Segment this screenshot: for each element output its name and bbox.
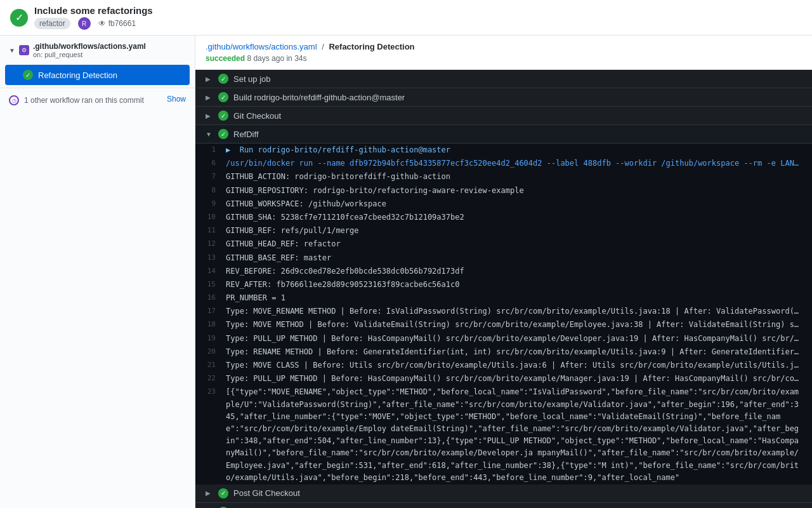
log-line[interactable]: 12 GITHUB_HEAD_REF: refactor bbox=[195, 237, 812, 251]
branch-badge[interactable]: refactor bbox=[34, 18, 70, 29]
line-content: Type: MOVE CLASS | Before: Utils src/br/… bbox=[226, 359, 802, 371]
line-number: 20 bbox=[195, 346, 226, 358]
log-area: 1 ▶ Run rodrigo-brito/refdiff-github-act… bbox=[195, 144, 812, 485]
workflow-title: .github/workflows/actions.yaml bbox=[33, 42, 146, 51]
page-title: Include some refactorings bbox=[34, 5, 153, 16]
log-line[interactable]: 22 Type: PULL_UP METHOD | Before: HasCom… bbox=[195, 372, 812, 385]
step-success-icon: ✓ bbox=[218, 110, 228, 121]
line-content: GITHUB_HEAD_REF: refactor bbox=[226, 238, 802, 250]
status-icon: ✓ bbox=[10, 9, 28, 27]
line-number: 10 bbox=[195, 211, 226, 223]
eye-icon: 👁 bbox=[98, 19, 106, 28]
line-content: REV_BEFORE: 26d9cc0ed78e2efb0bcde538dc0b… bbox=[226, 265, 802, 277]
breadcrumb: .github/workflows/actions.yaml / Refacto… bbox=[206, 42, 802, 51]
log-line[interactable]: 19 Type: PULL_UP METHOD | Before: HasCom… bbox=[195, 332, 812, 345]
chevron-right-icon: ▶ bbox=[206, 490, 213, 497]
log-line[interactable]: 14 REV_BEFORE: 26d9cc0ed78e2efb0bcde538d… bbox=[195, 265, 812, 278]
line-number: 19 bbox=[195, 333, 226, 344]
step-name: RefDiff bbox=[233, 130, 259, 139]
step-success-icon: ✓ bbox=[218, 92, 228, 102]
job-meta: succeeded 8 days ago in 34s bbox=[206, 54, 802, 63]
line-number: 15 bbox=[195, 279, 226, 290]
breadcrumb-job: Refactoring Detection bbox=[329, 42, 414, 51]
line-number: 22 bbox=[195, 373, 226, 384]
line-number: 17 bbox=[195, 305, 226, 317]
chevron-right-icon: ▶ bbox=[206, 76, 213, 83]
commit-hash: 👁 fb76661 bbox=[98, 19, 136, 28]
step-name: Git Checkout bbox=[233, 111, 281, 121]
sidebar: ▼ ⚙ .github/workflows/actions.yaml on: p… bbox=[0, 36, 195, 508]
workflow-section-header[interactable]: ▼ ⚙ .github/workflows/actions.yaml on: p… bbox=[0, 36, 195, 65]
line-content: ▶ Run rodrigo-brito/refdiff-github-actio… bbox=[226, 144, 802, 156]
step-success-icon: ✓ bbox=[218, 129, 228, 139]
step-post-checkout[interactable]: ▶ ✓ Post Git Checkout bbox=[195, 485, 812, 503]
breadcrumb-sep: / bbox=[322, 42, 326, 51]
line-content: GITHUB_REPOSITORY: rodrigo-brito/refacto… bbox=[226, 185, 802, 197]
step-checkout[interactable]: ▶ ✓ Git Checkout bbox=[195, 107, 812, 125]
line-content: GITHUB_BASE_REF: master bbox=[226, 252, 802, 264]
line-number: 1 bbox=[195, 144, 226, 156]
step-build[interactable]: ▶ ✓ Build rodrigo-brito/refdiff-github-a… bbox=[195, 88, 812, 107]
log-line[interactable]: 16 PR_NUMBER = 1 bbox=[195, 291, 812, 305]
show-link[interactable]: Show bbox=[167, 95, 186, 104]
clock-icon: ◷ bbox=[9, 95, 19, 105]
top-bar: ✓ Include some refactorings refactor R 👁… bbox=[0, 0, 812, 36]
step-setup[interactable]: ▶ ✓ Set up job bbox=[195, 70, 812, 88]
line-number: 18 bbox=[195, 319, 226, 330]
log-line[interactable]: 11 GITHUB_REF: refs/pull/1/merge bbox=[195, 224, 812, 237]
line-content: [{"type":"MOVE_RENAME","object_type":"ME… bbox=[226, 386, 802, 484]
other-workflow-notice: ◷ 1 other workflow ran on this commit Sh… bbox=[0, 88, 195, 112]
line-content: Type: MOVE METHOD | Before: ValidateEmai… bbox=[226, 319, 802, 331]
log-line[interactable]: 1 ▶ Run rodrigo-brito/refdiff-github-act… bbox=[195, 144, 812, 157]
log-line[interactable]: 18 Type: MOVE METHOD | Before: ValidateE… bbox=[195, 318, 812, 331]
line-number: 8 bbox=[195, 185, 226, 196]
log-line[interactable]: 17 Type: MOVE_RENAME METHOD | Before: Is… bbox=[195, 305, 812, 318]
log-line[interactable]: 9 GITHUB_WORKSPACE: /github/workspace bbox=[195, 197, 812, 211]
line-content: REV_AFTER: fb7666l1ee28d89c90523163f89ca… bbox=[226, 279, 802, 291]
line-content: GITHUB_REF: refs/pull/1/merge bbox=[226, 225, 802, 237]
log-line[interactable]: 13 GITHUB_BASE_REF: master bbox=[195, 251, 812, 265]
main-content: .github/workflows/actions.yaml / Refacto… bbox=[195, 36, 812, 508]
line-content: PR_NUMBER = 1 bbox=[226, 292, 802, 304]
log-line[interactable]: 15 REV_AFTER: fb7666l1ee28d89c90523163f8… bbox=[195, 278, 812, 291]
line-number: 11 bbox=[195, 225, 226, 236]
line-number: 14 bbox=[195, 265, 226, 277]
line-number: 23 bbox=[195, 386, 226, 398]
line-number: 7 bbox=[195, 171, 226, 182]
log-line[interactable]: 6 /usr/bin/docker run --name dfb972b94bf… bbox=[195, 157, 812, 170]
line-number: 21 bbox=[195, 359, 226, 371]
sidebar-item-label: Refactoring Detection bbox=[38, 70, 117, 80]
log-line[interactable]: 23 [{"type":"MOVE_RENAME","object_type":… bbox=[195, 385, 812, 485]
log-line[interactable]: 7 GITHUB_ACTION: rodrigo-britorefdiff-gi… bbox=[195, 170, 812, 184]
line-number: 16 bbox=[195, 292, 226, 304]
workflow-icon: ⚙ bbox=[19, 45, 29, 55]
chevron-down-icon: ▼ bbox=[206, 131, 213, 138]
chevron-right-icon: ▶ bbox=[206, 112, 213, 119]
line-number: 13 bbox=[195, 252, 226, 264]
line-content: Type: PULL_UP METHOD | Before: HasCompan… bbox=[226, 333, 802, 345]
step-refdiff-header[interactable]: ▼ ✓ RefDiff bbox=[195, 125, 812, 144]
breadcrumb-workflow[interactable]: .github/workflows/actions.yaml bbox=[206, 42, 317, 51]
step-complete[interactable]: ▶ ✓ Complete job bbox=[195, 503, 812, 508]
line-content: Type: MOVE_RENAME METHOD | Before: IsVal… bbox=[226, 305, 802, 318]
log-line[interactable]: 8 GITHUB_REPOSITORY: rodrigo-brito/refac… bbox=[195, 184, 812, 197]
job-header: .github/workflows/actions.yaml / Refacto… bbox=[195, 36, 812, 70]
job-time-ago: 8 days ago in 34s bbox=[247, 54, 306, 63]
line-number: 6 bbox=[195, 157, 226, 169]
job-steps: ▶ ✓ Set up job ▶ ✓ Build rodrigo-brito/r… bbox=[195, 70, 812, 508]
chevron-down-icon: ▼ bbox=[9, 47, 15, 54]
log-line[interactable]: 21 Type: MOVE CLASS | Before: Utils src/… bbox=[195, 359, 812, 372]
step-success-icon: ✓ bbox=[23, 70, 33, 80]
line-content: Type: RENAME METHOD | Before: GenerateId… bbox=[226, 346, 802, 358]
line-number: 9 bbox=[195, 198, 226, 210]
line-number: 12 bbox=[195, 238, 226, 250]
line-content: Type: PULL_UP METHOD | Before: HasCompan… bbox=[226, 373, 802, 385]
line-content: GITHUB_ACTION: rodrigo-britorefdiff-gith… bbox=[226, 171, 802, 183]
sidebar-item-refactoring-detection[interactable]: ✓ Refactoring Detection bbox=[5, 65, 190, 85]
step-success-icon: ✓ bbox=[218, 74, 228, 84]
workflow-trigger: on: pull_request bbox=[33, 51, 146, 58]
log-line[interactable]: 10 GITHUB_SHA: 5238cf7e711210fcea7cbeed3… bbox=[195, 211, 812, 224]
job-status: succeeded bbox=[206, 54, 245, 63]
log-line[interactable]: 20 Type: RENAME METHOD | Before: Generat… bbox=[195, 345, 812, 359]
step-name: Post Git Checkout bbox=[233, 488, 300, 498]
